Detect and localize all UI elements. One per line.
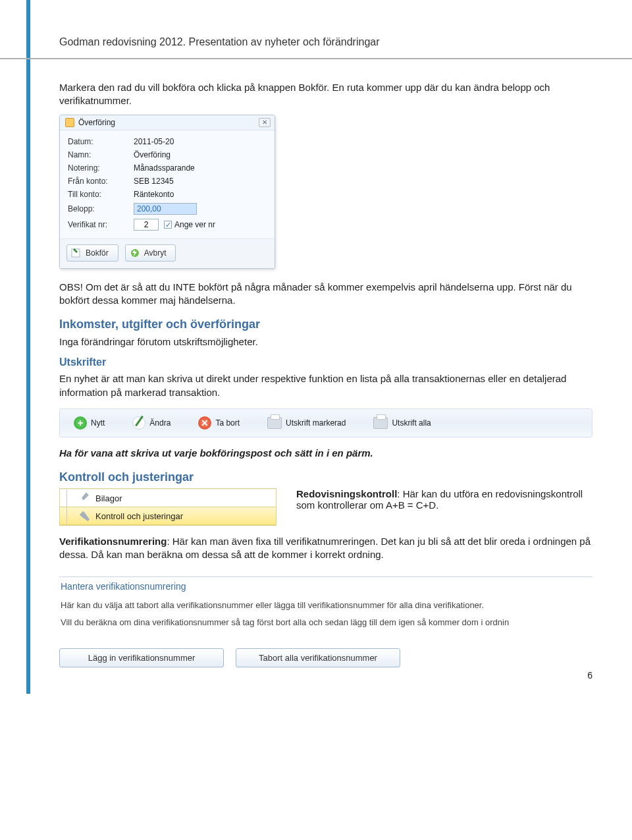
overforing-dialog: Överföring ✕ Datum:2011-05-20 Namn:Överf… bbox=[59, 115, 275, 269]
wrench-icon bbox=[78, 510, 90, 522]
havana-paragraph: Ha för vana att skriva ut varje bokförin… bbox=[59, 447, 592, 460]
redovisning-explain: Redovisningskontroll: Här kan du utföra … bbox=[296, 488, 592, 511]
dialog-title-text: Överföring bbox=[78, 118, 115, 127]
obs-paragraph: OBS! Om det är så att du INTE bokfört på… bbox=[59, 281, 592, 308]
avbryt-icon bbox=[130, 248, 140, 258]
side-rule bbox=[26, 0, 30, 694]
printer-icon bbox=[267, 417, 282, 429]
delete-icon: ✕ bbox=[198, 416, 211, 430]
intro-paragraph: Markera den rad du vill bokföra och klic… bbox=[59, 81, 592, 108]
dialog-titlebar: Överföring ✕ bbox=[60, 115, 275, 130]
nytt-button[interactable]: + Nytt bbox=[66, 413, 112, 433]
angevernr-checkbox[interactable] bbox=[164, 221, 172, 229]
till-label: Till konto: bbox=[68, 190, 134, 199]
notering-label: Notering: bbox=[68, 163, 134, 173]
tabort-button[interactable]: ✕ Ta bort bbox=[191, 413, 247, 433]
fran-label: Från konto: bbox=[68, 177, 134, 186]
dialog-close-button[interactable]: ✕ bbox=[259, 118, 271, 127]
tabort-alla-verifikationsnummer-button[interactable]: Tabort alla verifikationsnummer bbox=[236, 648, 400, 667]
bokfor-label: Bokför bbox=[86, 248, 109, 258]
andra-button[interactable]: Ändra bbox=[125, 413, 178, 433]
belopp-input[interactable] bbox=[134, 203, 197, 215]
avbryt-button[interactable]: Avbryt bbox=[125, 244, 176, 262]
datum-value: 2011-05-20 bbox=[134, 137, 268, 146]
bokfor-button[interactable]: Bokför bbox=[66, 244, 118, 262]
notering-value: Månadssparande bbox=[134, 163, 268, 173]
hantera-title: Hantera verifikationsnumrering bbox=[59, 581, 592, 597]
utskrift-alla-button[interactable]: Utskrift alla bbox=[366, 414, 438, 432]
hantera-line1: Här kan du välja att tabort alla verifik… bbox=[59, 597, 592, 614]
utskrifter-paragraph: En nyhet är att man kan skriva ut direkt… bbox=[59, 372, 592, 399]
hantera-line2: Vill du beräkna om dina verifikationsnum… bbox=[59, 614, 592, 631]
utskrift-markerad-label: Utskrift markerad bbox=[286, 418, 346, 428]
document-header: Godman redovisning 2012. Presentation av… bbox=[40, 20, 592, 60]
kontroll-label: Kontroll och justeringar bbox=[95, 511, 183, 521]
avbryt-label: Avbryt bbox=[144, 248, 167, 258]
verifikat-input[interactable] bbox=[134, 219, 159, 231]
actions-toolbar: + Nytt Ändra ✕ Ta bort Utskrift markerad… bbox=[59, 408, 592, 437]
belopp-label: Belopp: bbox=[68, 204, 134, 213]
lagg-in-verifikationsnummer-button[interactable]: Lägg in verifikationsnummer bbox=[59, 648, 224, 667]
plus-icon: + bbox=[74, 416, 87, 430]
tree-item-bilagor[interactable]: Bilagor bbox=[60, 489, 276, 507]
inga-paragraph: Inga förändringar förutom utskriftsmöjli… bbox=[59, 335, 592, 349]
utskrift-markerad-button[interactable]: Utskrift markerad bbox=[260, 414, 353, 432]
bokfor-icon bbox=[71, 248, 82, 258]
namn-label: Namn: bbox=[68, 150, 134, 159]
angevernr-label: Ange ver nr bbox=[174, 220, 215, 229]
bilagor-label: Bilagor bbox=[95, 493, 122, 503]
utskrift-alla-label: Utskrift alla bbox=[392, 418, 431, 428]
namn-value: Överföring bbox=[134, 150, 268, 159]
dialog-icon bbox=[65, 118, 74, 127]
utskrifter-heading: Utskrifter bbox=[59, 356, 592, 368]
hantera-panel: Hantera verifikationsnumrering Här kan d… bbox=[59, 576, 592, 667]
section-inkomster-heading: Inkomster, utgifter och överföringar bbox=[59, 318, 592, 331]
top-rule bbox=[0, 58, 632, 59]
till-value: Räntekonto bbox=[134, 190, 268, 199]
datum-label: Datum: bbox=[68, 137, 134, 146]
page-number: 6 bbox=[587, 670, 592, 681]
kontroll-heading: Kontroll och justeringar bbox=[59, 470, 592, 484]
verif-paragraph: Verifikationsnumrering: Här kan man även… bbox=[59, 535, 592, 562]
nytt-label: Nytt bbox=[91, 418, 105, 428]
verif-label: Verifikationsnumrering bbox=[59, 536, 167, 547]
tabort-label: Ta bort bbox=[215, 418, 240, 428]
edit-icon bbox=[132, 416, 145, 430]
verifikat-label: Verifikat nr: bbox=[68, 220, 134, 229]
fran-value: SEB 12345 bbox=[134, 177, 268, 186]
attachment-icon bbox=[76, 490, 93, 507]
tree-item-kontroll[interactable]: Kontroll och justeringar bbox=[60, 507, 276, 525]
redov-label: Redovisningskontroll bbox=[296, 488, 397, 499]
printer-icon bbox=[373, 417, 388, 429]
tree-panel: Bilagor Kontroll och justeringar bbox=[59, 488, 276, 526]
andra-label: Ändra bbox=[149, 418, 171, 428]
